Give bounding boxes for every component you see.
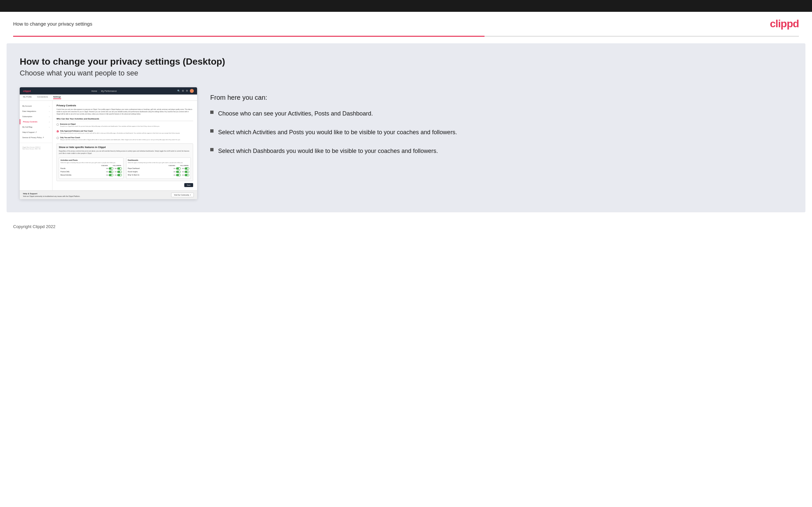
mock-radio-approved-label: Only Approved Followers and Your Coach <box>60 130 180 132</box>
mock-radio-approved: Only Approved Followers and Your Coach O… <box>56 130 193 134</box>
mock-what-followers: ON <box>182 174 189 176</box>
mock-player-coaches: ON <box>173 167 181 170</box>
mock-player-dashboard-row: Player Dashboard ON ON <box>128 167 189 170</box>
mock-manual-controls: ON ON <box>106 174 122 176</box>
mock-help-section: Help & Support Visit our Clippd communit… <box>20 190 197 199</box>
mock-subnav: My Profile Connections Settings <box>20 95 197 101</box>
mock-player-followers-toggle <box>185 167 189 170</box>
mock-radio-only-you: Only You and Your Coach Only you and the… <box>56 136 193 141</box>
mock-privacy-desc: Control how you and your data appears to… <box>56 109 193 115</box>
mock-activities-box: Activities and Posts Select the types of… <box>59 158 123 179</box>
mock-subnav-connections: Connections <box>37 96 48 99</box>
mock-main-panel: Privacy Controls Control how you and you… <box>53 101 197 190</box>
mock-insights-coaches: ON <box>173 171 181 173</box>
mock-player-coaches-toggle <box>176 167 181 170</box>
mock-sidebar: My Account› Data Integrations› Subscript… <box>20 101 53 190</box>
mock-nav-home: Home <box>91 90 97 92</box>
mock-rounds-controls: ON ON <box>106 167 122 170</box>
mock-rounds-coaches: ON <box>106 167 113 170</box>
mock-dashboards-header: COACHES FOLLOWERS <box>128 165 189 166</box>
mock-drills-label: Practice Drills <box>60 171 70 173</box>
bullet-list: Choose who can see your Activities, Post… <box>210 109 792 156</box>
mock-sidebar-privacy-policy: Service & Privacy Policy ↗ <box>20 135 52 140</box>
mock-show-hide-title: Show or hide specific features in Clippd <box>59 146 191 149</box>
mock-player-followers: ON <box>182 167 189 170</box>
info-intro: From here you can: <box>210 94 792 101</box>
mock-radio-approved-btn <box>56 130 59 132</box>
mock-grid-icon: ⊞ <box>182 90 184 92</box>
mock-subnav-profile: My Profile <box>23 96 32 99</box>
bullet-text-2: Select which Activities and Posts you wo… <box>218 128 457 137</box>
mock-sidebar-help: Help & Support ↗ <box>20 130 52 135</box>
mock-player-dashboard-label: Player Dashboard <box>128 168 140 169</box>
mock-dashboards-desc: Select the types of activity that you'd … <box>128 162 189 163</box>
mock-body: My Account› Data Integrations› Subscript… <box>20 101 197 190</box>
mock-nav-performance: My Performance <box>101 90 117 92</box>
mock-radio-only-you-label: Only You and Your Coach <box>60 136 180 138</box>
mock-manual-followers: ON <box>115 174 122 176</box>
screenshot-column: clippd Home My Performance 🔍 ⊞ ⚙ My Prof… <box>20 87 197 199</box>
footer: Copyright Clippd 2022 <box>0 219 812 234</box>
mock-drills-coaches: ON <box>106 171 113 173</box>
mock-radio-approved-desc: Only approved followers and coaches you … <box>60 132 180 134</box>
page-title: How to change your privacy settings <box>13 21 92 26</box>
mock-drills-row: Practice Drills ON ON <box>60 171 122 173</box>
top-bar <box>0 0 812 12</box>
bullet-item-3: Select which Dashboards you would like t… <box>210 147 792 156</box>
mock-sidebar-account: My Account› <box>20 103 52 109</box>
mock-radio-everyone-desc: Everyone on Clippd can search for you an… <box>60 125 160 127</box>
mock-save-button: Save <box>184 183 193 187</box>
mock-manual-row: Manual Activities ON ON <box>60 174 122 176</box>
mock-avatar <box>190 89 194 93</box>
bullet-icon-2 <box>210 129 213 132</box>
bullet-icon-1 <box>210 111 213 114</box>
mock-rounds-coaches-toggle <box>109 167 113 170</box>
mock-round-insights-row: Round Insights ON ON <box>128 171 189 173</box>
mock-logo: clippd <box>23 90 31 93</box>
mock-drills-coaches-toggle <box>109 171 113 173</box>
mock-search-icon: 🔍 <box>177 90 180 92</box>
mock-toggle-section: Show or hide specific features in Clippd… <box>56 144 193 181</box>
main-content: How to change your privacy settings (Des… <box>7 43 805 212</box>
mock-drills-followers: ON <box>115 171 122 173</box>
mock-round-insights-label: Round Insights <box>128 171 138 173</box>
mock-subnav-settings: Settings <box>53 96 61 99</box>
mock-round-insights-controls: ON ON <box>173 171 189 173</box>
mock-manual-followers-toggle <box>117 174 122 176</box>
mock-insights-followers: ON <box>182 171 189 173</box>
mock-radio-only-you-desc: Only you and the coaches you connect wit… <box>60 139 180 141</box>
bullet-item-2: Select which Activities and Posts you wo… <box>210 128 792 137</box>
mock-help-text: Help & Support Visit our Clippd communit… <box>23 192 80 197</box>
mock-drills-controls: ON ON <box>106 171 122 173</box>
mock-save-row: Save <box>56 183 193 187</box>
mock-version: Clippd Client Version: 2022.8.2SQL Serve… <box>20 143 52 151</box>
mock-insights-coaches-toggle <box>176 171 181 173</box>
mock-who-title: Who Can See Your Activities and Dashboar… <box>56 118 193 121</box>
mock-manual-label: Manual Activities <box>60 174 71 176</box>
mock-sidebar-subscription: Subscription› <box>20 114 52 119</box>
mock-dashboards-box: Dashboards Select the types of activity … <box>126 158 191 179</box>
mock-sidebar-privacy: Privacy Controls› <box>20 119 52 124</box>
mock-player-dashboard-controls: ON ON <box>173 167 189 170</box>
two-col-layout: clippd Home My Performance 🔍 ⊞ ⚙ My Prof… <box>20 87 792 199</box>
mock-radio-everyone: Everyone on Clippd Everyone on Clippd ca… <box>56 123 193 127</box>
mock-rounds-row: Rounds ON ON <box>60 167 122 170</box>
mock-what-coaches: ON <box>173 174 181 176</box>
mock-sidebar-integrations: Data Integrations› <box>20 109 52 114</box>
mock-what-work-label: What To Work On <box>128 174 139 176</box>
mock-activities-header: COACHES FOLLOWERS <box>60 165 122 166</box>
mock-rounds-followers: ON <box>115 167 122 170</box>
mock-settings-icon: ⚙ <box>186 90 188 92</box>
mock-radio-everyone-label: Everyone on Clippd <box>60 123 160 125</box>
copyright: Copyright Clippd 2022 <box>13 224 55 229</box>
mock-sidebar-golf-bag: My Golf Bag› <box>20 124 52 130</box>
mock-what-coaches-toggle <box>176 174 181 176</box>
bullet-item-1: Choose who can see your Activities, Post… <box>210 109 792 118</box>
mock-navbar: clippd Home My Performance 🔍 ⊞ ⚙ <box>20 87 197 95</box>
mock-toggle-row: Activities and Posts Select the types of… <box>59 158 191 179</box>
app-mockup: clippd Home My Performance 🔍 ⊞ ⚙ My Prof… <box>20 87 197 199</box>
bullet-text-1: Choose who can see your Activities, Post… <box>218 109 373 118</box>
mock-nav-icons: 🔍 ⊞ ⚙ <box>177 89 194 93</box>
mock-what-followers-toggle <box>185 174 189 176</box>
main-heading: How to change your privacy settings (Des… <box>20 56 792 67</box>
